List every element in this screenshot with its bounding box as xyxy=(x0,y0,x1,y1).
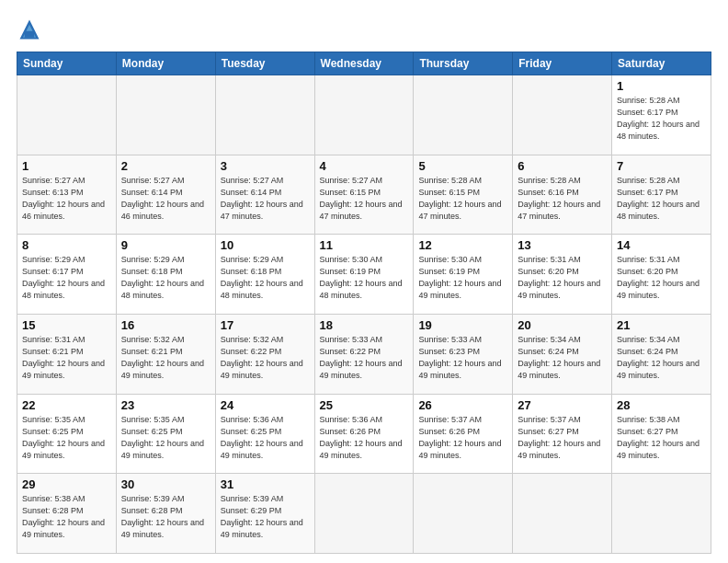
calendar-cell: 18 Sunrise: 5:33 AM Sunset: 6:22 PM Dayl… xyxy=(314,314,414,394)
week-row-4: 15 Sunrise: 5:31 AM Sunset: 6:21 PM Dayl… xyxy=(17,314,711,394)
day-number: 24 xyxy=(221,398,310,412)
calendar-cell xyxy=(414,75,513,155)
day-number: 27 xyxy=(518,398,607,412)
day-info: Sunrise: 5:39 AM Sunset: 6:29 PM Dayligh… xyxy=(221,493,310,541)
day-info: Sunrise: 5:34 AM Sunset: 6:24 PM Dayligh… xyxy=(518,334,607,382)
day-info: Sunrise: 5:29 AM Sunset: 6:18 PM Dayligh… xyxy=(221,254,310,302)
day-info: Sunrise: 5:28 AM Sunset: 6:17 PM Dayligh… xyxy=(617,175,706,223)
calendar-cell xyxy=(17,75,117,155)
day-info: Sunrise: 5:28 AM Sunset: 6:17 PM Dayligh… xyxy=(617,95,706,143)
day-info: Sunrise: 5:34 AM Sunset: 6:24 PM Dayligh… xyxy=(617,334,706,382)
day-number: 17 xyxy=(221,318,310,332)
calendar-cell: 26 Sunrise: 5:37 AM Sunset: 6:26 PM Dayl… xyxy=(414,394,513,474)
day-number: 19 xyxy=(418,318,507,332)
calendar-cell: 9 Sunrise: 5:29 AM Sunset: 6:18 PM Dayli… xyxy=(116,235,215,315)
calendar-cell: 30 Sunrise: 5:39 AM Sunset: 6:28 PM Dayl… xyxy=(116,474,215,554)
week-row-3: 8 Sunrise: 5:29 AM Sunset: 6:17 PM Dayli… xyxy=(17,235,711,315)
calendar-cell xyxy=(314,474,414,554)
logo-icon xyxy=(17,17,42,42)
day-info: Sunrise: 5:27 AM Sunset: 6:14 PM Dayligh… xyxy=(121,175,210,223)
calendar-cell xyxy=(414,474,513,554)
calendar-cell: 2 Sunrise: 5:27 AM Sunset: 6:14 PM Dayli… xyxy=(116,155,215,235)
day-info: Sunrise: 5:30 AM Sunset: 6:19 PM Dayligh… xyxy=(320,254,409,302)
day-info: Sunrise: 5:30 AM Sunset: 6:19 PM Dayligh… xyxy=(418,254,507,302)
day-info: Sunrise: 5:35 AM Sunset: 6:25 PM Dayligh… xyxy=(22,414,111,462)
day-number: 16 xyxy=(121,318,210,332)
calendar-cell: 6 Sunrise: 5:28 AM Sunset: 6:16 PM Dayli… xyxy=(513,155,612,235)
day-number: 4 xyxy=(320,159,409,173)
day-header-friday: Friday xyxy=(513,52,612,75)
day-number: 10 xyxy=(221,238,310,252)
week-row-5: 22 Sunrise: 5:35 AM Sunset: 6:25 PM Dayl… xyxy=(17,394,711,474)
calendar-cell: 28 Sunrise: 5:38 AM Sunset: 6:27 PM Dayl… xyxy=(612,394,711,474)
calendar-cell: 31 Sunrise: 5:39 AM Sunset: 6:29 PM Dayl… xyxy=(215,474,314,554)
calendar-cell: 13 Sunrise: 5:31 AM Sunset: 6:20 PM Dayl… xyxy=(513,235,612,315)
day-header-thursday: Thursday xyxy=(414,52,513,75)
day-header-wednesday: Wednesday xyxy=(314,52,414,75)
day-info: Sunrise: 5:39 AM Sunset: 6:28 PM Dayligh… xyxy=(121,493,210,541)
day-number: 28 xyxy=(617,398,706,412)
day-number: 25 xyxy=(320,398,409,412)
day-number: 31 xyxy=(221,477,310,491)
calendar-cell: 21 Sunrise: 5:34 AM Sunset: 6:24 PM Dayl… xyxy=(612,314,711,394)
day-number: 20 xyxy=(518,318,607,332)
calendar-cell: 15 Sunrise: 5:31 AM Sunset: 6:21 PM Dayl… xyxy=(17,314,117,394)
calendar-cell: 16 Sunrise: 5:32 AM Sunset: 6:21 PM Dayl… xyxy=(116,314,215,394)
day-info: Sunrise: 5:31 AM Sunset: 6:20 PM Dayligh… xyxy=(617,254,706,302)
days-header-row: SundayMondayTuesdayWednesdayThursdayFrid… xyxy=(17,52,711,75)
svg-rect-2 xyxy=(25,31,35,38)
day-info: Sunrise: 5:32 AM Sunset: 6:22 PM Dayligh… xyxy=(221,334,310,382)
calendar-cell: 1 Sunrise: 5:27 AM Sunset: 6:13 PM Dayli… xyxy=(17,155,117,235)
day-info: Sunrise: 5:27 AM Sunset: 6:15 PM Dayligh… xyxy=(320,175,409,223)
logo xyxy=(17,17,46,42)
day-info: Sunrise: 5:29 AM Sunset: 6:17 PM Dayligh… xyxy=(22,254,111,302)
calendar-cell: 29 Sunrise: 5:38 AM Sunset: 6:28 PM Dayl… xyxy=(17,474,117,554)
day-info: Sunrise: 5:33 AM Sunset: 6:23 PM Dayligh… xyxy=(418,334,507,382)
day-header-sunday: Sunday xyxy=(17,52,117,75)
week-row-1: 1 Sunrise: 5:28 AM Sunset: 6:17 PM Dayli… xyxy=(17,75,711,155)
calendar-cell: 23 Sunrise: 5:35 AM Sunset: 6:25 PM Dayl… xyxy=(116,394,215,474)
calendar-body: 1 Sunrise: 5:28 AM Sunset: 6:17 PM Dayli… xyxy=(17,75,711,554)
calendar-cell: 27 Sunrise: 5:37 AM Sunset: 6:27 PM Dayl… xyxy=(513,394,612,474)
calendar-cell: 14 Sunrise: 5:31 AM Sunset: 6:20 PM Dayl… xyxy=(612,235,711,315)
day-number: 23 xyxy=(121,398,210,412)
calendar-cell xyxy=(513,474,612,554)
day-info: Sunrise: 5:36 AM Sunset: 6:25 PM Dayligh… xyxy=(221,414,310,462)
calendar-cell xyxy=(314,75,414,155)
day-number: 5 xyxy=(418,159,507,173)
calendar-cell xyxy=(513,75,612,155)
day-number: 12 xyxy=(418,238,507,252)
calendar-cell: 22 Sunrise: 5:35 AM Sunset: 6:25 PM Dayl… xyxy=(17,394,117,474)
day-number: 3 xyxy=(221,159,310,173)
day-number: 6 xyxy=(518,159,607,173)
calendar-cell: 20 Sunrise: 5:34 AM Sunset: 6:24 PM Dayl… xyxy=(513,314,612,394)
header xyxy=(17,17,711,42)
calendar-cell: 12 Sunrise: 5:30 AM Sunset: 6:19 PM Dayl… xyxy=(414,235,513,315)
day-info: Sunrise: 5:38 AM Sunset: 6:28 PM Dayligh… xyxy=(22,493,111,541)
day-info: Sunrise: 5:38 AM Sunset: 6:27 PM Dayligh… xyxy=(617,414,706,462)
day-info: Sunrise: 5:37 AM Sunset: 6:26 PM Dayligh… xyxy=(418,414,507,462)
day-info: Sunrise: 5:28 AM Sunset: 6:16 PM Dayligh… xyxy=(518,175,607,223)
calendar-cell: 4 Sunrise: 5:27 AM Sunset: 6:15 PM Dayli… xyxy=(314,155,414,235)
day-info: Sunrise: 5:31 AM Sunset: 6:20 PM Dayligh… xyxy=(518,254,607,302)
calendar-cell: 17 Sunrise: 5:32 AM Sunset: 6:22 PM Dayl… xyxy=(215,314,314,394)
day-number: 2 xyxy=(121,159,210,173)
day-info: Sunrise: 5:36 AM Sunset: 6:26 PM Dayligh… xyxy=(320,414,409,462)
day-number: 13 xyxy=(518,238,607,252)
calendar-cell: 11 Sunrise: 5:30 AM Sunset: 6:19 PM Dayl… xyxy=(314,235,414,315)
calendar-cell: 7 Sunrise: 5:28 AM Sunset: 6:17 PM Dayli… xyxy=(612,155,711,235)
calendar-cell xyxy=(215,75,314,155)
day-info: Sunrise: 5:33 AM Sunset: 6:22 PM Dayligh… xyxy=(320,334,409,382)
calendar: SundayMondayTuesdayWednesdayThursdayFrid… xyxy=(17,52,711,554)
day-number: 14 xyxy=(617,238,706,252)
day-number: 1 xyxy=(617,79,706,93)
page: SundayMondayTuesdayWednesdayThursdayFrid… xyxy=(0,0,728,563)
week-row-6: 29 Sunrise: 5:38 AM Sunset: 6:28 PM Dayl… xyxy=(17,474,711,554)
calendar-cell: 10 Sunrise: 5:29 AM Sunset: 6:18 PM Dayl… xyxy=(215,235,314,315)
calendar-cell: 25 Sunrise: 5:36 AM Sunset: 6:26 PM Dayl… xyxy=(314,394,414,474)
day-info: Sunrise: 5:28 AM Sunset: 6:15 PM Dayligh… xyxy=(418,175,507,223)
calendar-cell: 5 Sunrise: 5:28 AM Sunset: 6:15 PM Dayli… xyxy=(414,155,513,235)
calendar-cell: 1 Sunrise: 5:28 AM Sunset: 6:17 PM Dayli… xyxy=(612,75,711,155)
day-number: 11 xyxy=(320,238,409,252)
calendar-cell xyxy=(116,75,215,155)
